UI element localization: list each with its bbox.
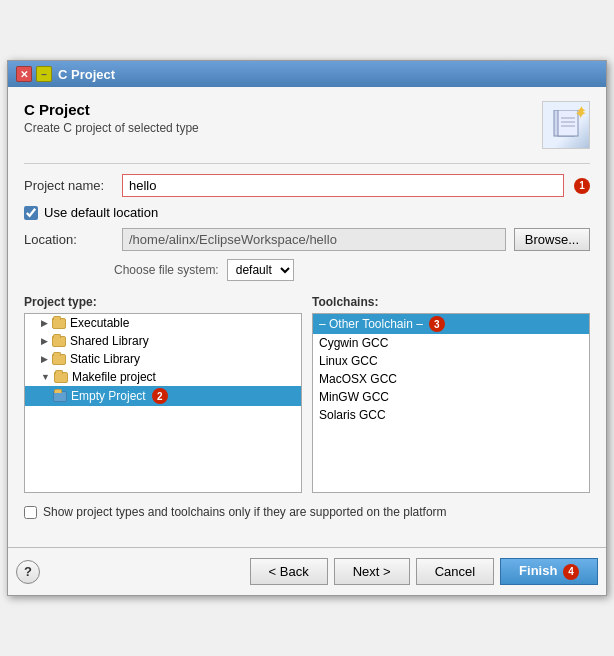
toolchain-item-other[interactable]: – Other Toolchain – 3 — [313, 314, 589, 334]
default-location-checkbox[interactable] — [24, 206, 38, 220]
tree-item-empty-project[interactable]: Empty Project 2 — [25, 386, 301, 406]
toolchains-section: Toolchains: – Other Toolchain – 3 Cygwin… — [312, 295, 590, 493]
project-name-row: Project name: 1 — [24, 174, 590, 197]
toolchains-list[interactable]: – Other Toolchain – 3 Cygwin GCC Linux G… — [312, 313, 590, 493]
tree-item-makefile-project[interactable]: ▼ Makefile project — [25, 368, 301, 386]
folder-icon-static-library — [52, 354, 66, 365]
location-row: Location: /home/alinx/EclipseWorkspace/h… — [24, 228, 590, 251]
project-type-label: Project type: — [24, 295, 302, 309]
titlebar-buttons[interactable]: ✕ – — [16, 66, 52, 82]
filesystem-row: Choose file system: default — [114, 259, 590, 281]
page-subtitle: Create C project of selected type — [24, 121, 199, 135]
minimize-button[interactable]: – — [36, 66, 52, 82]
next-button[interactable]: Next > — [334, 558, 410, 585]
arrow-icon-shared-library: ▶ — [41, 336, 48, 346]
toolchain-label-cygwin: Cygwin GCC — [319, 336, 388, 350]
tree-item-static-library[interactable]: ▶ Static Library — [25, 350, 301, 368]
toolchain-item-mingw[interactable]: MinGW GCC — [313, 388, 589, 406]
nav-buttons: < Back Next > Cancel Finish 4 — [250, 558, 598, 585]
titlebar: ✕ – C Project — [8, 61, 606, 87]
toolchain-label-macosx: MacOSX GCC — [319, 372, 397, 386]
toolchain-label-linux: Linux GCC — [319, 354, 378, 368]
location-label: Location: — [24, 232, 114, 247]
project-type-section: Project type: ▶ Executable ▶ Shared Libr… — [24, 295, 302, 493]
project-name-label: Project name: — [24, 178, 114, 193]
lists-container: Project type: ▶ Executable ▶ Shared Libr… — [24, 295, 590, 493]
page-title: C Project — [24, 101, 199, 118]
arrow-icon-makefile-project: ▼ — [41, 372, 50, 382]
folder-icon-empty-project — [53, 391, 67, 402]
tree-label-empty-project: Empty Project — [71, 389, 146, 403]
dialog-content: C Project Create C project of selected t… — [8, 87, 606, 547]
toolchain-item-solaris[interactable]: Solaris GCC — [313, 406, 589, 424]
platform-filter-label: Show project types and toolchains only i… — [43, 505, 447, 519]
toolchain-item-linux[interactable]: Linux GCC — [313, 352, 589, 370]
arrow-icon-static-library: ▶ — [41, 354, 48, 364]
page-icon: ✦ — [542, 101, 590, 149]
folder-icon-executable — [52, 318, 66, 329]
filesystem-label: Choose file system: — [114, 263, 219, 277]
dialog-window: ✕ – C Project C Project Create C project… — [7, 60, 607, 596]
finish-button[interactable]: Finish 4 — [500, 558, 598, 585]
folder-icon-makefile-project — [54, 372, 68, 383]
button-row: ? < Back Next > Cancel Finish 4 — [8, 558, 606, 595]
platform-filter-row: Show project types and toolchains only i… — [24, 505, 590, 519]
svg-rect-1 — [558, 110, 578, 136]
project-name-input[interactable] — [122, 174, 564, 197]
browse-button[interactable]: Browse... — [514, 228, 590, 251]
tree-item-shared-library[interactable]: ▶ Shared Library — [25, 332, 301, 350]
platform-filter-checkbox[interactable] — [24, 506, 37, 519]
page-header-text: C Project Create C project of selected t… — [24, 101, 199, 135]
tree-label-shared-library: Shared Library — [70, 334, 149, 348]
tree-label-executable: Executable — [70, 316, 129, 330]
default-location-row: Use default location — [24, 205, 590, 220]
toolchain-label-mingw: MinGW GCC — [319, 390, 389, 404]
toolchain-item-cygwin[interactable]: Cygwin GCC — [313, 334, 589, 352]
default-location-label: Use default location — [44, 205, 158, 220]
badge-empty-project: 2 — [152, 388, 168, 404]
tree-item-executable[interactable]: ▶ Executable — [25, 314, 301, 332]
location-value: /home/alinx/EclipseWorkspace/hello — [122, 228, 506, 251]
help-button[interactable]: ? — [16, 560, 40, 584]
cancel-button[interactable]: Cancel — [416, 558, 494, 585]
tree-label-makefile-project: Makefile project — [72, 370, 156, 384]
tree-label-static-library: Static Library — [70, 352, 140, 366]
project-type-list[interactable]: ▶ Executable ▶ Shared Library ▶ Static L… — [24, 313, 302, 493]
toolchains-label: Toolchains: — [312, 295, 590, 309]
badge-other-toolchain: 3 — [429, 316, 445, 332]
window-title: C Project — [58, 67, 115, 82]
toolchain-label-solaris: Solaris GCC — [319, 408, 386, 422]
badge-finish: 4 — [563, 564, 579, 580]
filesystem-select[interactable]: default — [227, 259, 294, 281]
close-button[interactable]: ✕ — [16, 66, 32, 82]
page-header: C Project Create C project of selected t… — [24, 101, 590, 149]
badge-project-name: 1 — [574, 178, 590, 194]
back-button[interactable]: < Back — [250, 558, 328, 585]
arrow-icon-executable: ▶ — [41, 318, 48, 328]
toolchain-label-other: – Other Toolchain – — [319, 317, 423, 331]
toolchain-item-macosx[interactable]: MacOSX GCC — [313, 370, 589, 388]
folder-icon-shared-library — [52, 336, 66, 347]
